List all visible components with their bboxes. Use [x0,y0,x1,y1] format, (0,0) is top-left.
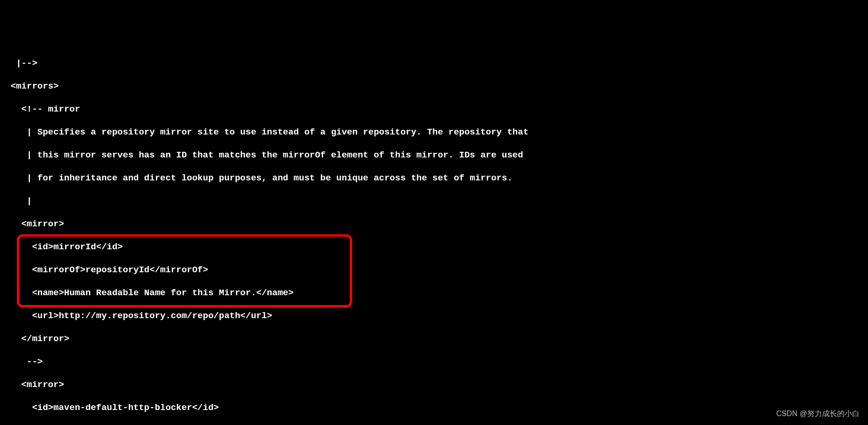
code-line: <id>maven-default-http-blocker</id> [0,402,868,414]
code-block: |--> <mirrors> <!-- mirror | Specifies a… [0,46,868,425]
code-line: <mirrorOf>repositoryId</mirrorOf> [0,264,868,276]
code-line: </mirror> [0,333,868,345]
code-line: <!-- mirror [0,104,868,115]
watermark-text: CSDN @努力成长的小白 [776,408,860,420]
code-line: | [0,195,868,207]
code-line: <id>mirrorId</id> [0,241,868,253]
code-line: | Specifies a repository mirror site to … [0,127,868,138]
code-line: | this mirror serves has an ID that matc… [0,149,868,161]
code-line: <mirrors> [0,81,868,92]
code-line: --> [0,356,868,368]
code-line: <url>http://my.repository.com/repo/path<… [0,310,868,322]
code-line: <name>Human Readable Name for this Mirro… [0,287,868,299]
code-line: | for inheritance and direct lookup purp… [0,172,868,184]
code-line: <mirror> [0,218,868,230]
code-line: <mirror> [0,379,868,391]
code-line: |--> [0,58,868,69]
